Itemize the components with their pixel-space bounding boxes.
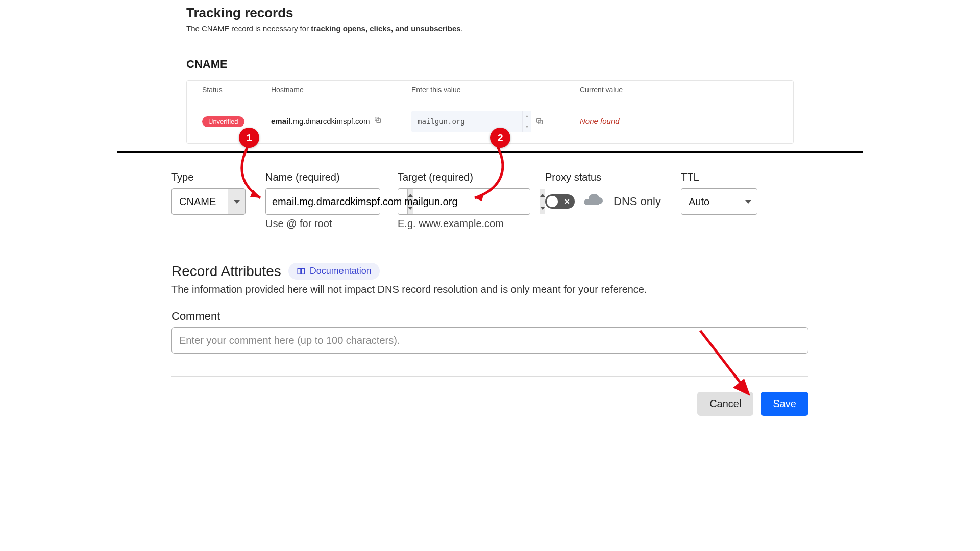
value-input-box[interactable]: mailgun.org ▲▼ <box>411 111 531 132</box>
target-stepper[interactable] <box>540 189 545 214</box>
toggle-off-x-icon: ✕ <box>564 197 570 206</box>
cname-heading: CNAME <box>186 58 794 71</box>
type-select[interactable]: CNAME <box>172 188 246 215</box>
col-status: Status <box>187 86 271 94</box>
toggle-knob <box>547 196 558 207</box>
name-input[interactable] <box>266 189 407 214</box>
col-value: Enter this value <box>411 86 580 94</box>
col-current: Current value <box>580 86 793 94</box>
callout-2: 2 <box>490 128 510 148</box>
cloud-icon <box>584 194 604 209</box>
name-label: Name (required) <box>265 171 396 183</box>
value-text: mailgun.org <box>411 112 522 131</box>
chevron-up-icon <box>540 194 545 197</box>
type-select-value: CNAME <box>172 189 228 214</box>
target-hint: E.g. www.example.com <box>398 218 543 230</box>
target-input-wrap[interactable] <box>398 188 530 215</box>
tracking-records-subtitle: The CNAME record is necessary for tracki… <box>186 24 794 42</box>
documentation-link[interactable]: Documentation <box>288 263 380 280</box>
cancel-button[interactable]: Cancel <box>697 392 753 416</box>
value-stepper[interactable]: ▲▼ <box>522 111 531 132</box>
chevron-down-icon <box>540 207 545 210</box>
ttl-caret[interactable] <box>740 189 757 214</box>
copy-icon[interactable] <box>374 116 382 124</box>
callout-1: 1 <box>239 128 259 148</box>
save-button[interactable]: Save <box>761 392 808 416</box>
comment-label: Comment <box>172 310 808 323</box>
documentation-label: Documentation <box>310 266 372 277</box>
record-attributes-title: Record Attributes <box>172 263 281 280</box>
tracking-sub-bold: tracking opens, clicks, and unsubscribes <box>311 24 460 33</box>
proxy-status-text: DNS only <box>614 195 661 208</box>
type-select-caret[interactable] <box>228 189 245 214</box>
tracking-records-heading: Tracking records <box>186 5 794 21</box>
book-icon <box>297 267 306 276</box>
hostname-cell: email.mg.dmarcdkimspf.com <box>271 116 411 128</box>
name-hint: Use @ for root <box>265 218 396 230</box>
chevron-down-icon <box>745 200 751 204</box>
status-badge-unverified: Unverified <box>202 116 244 127</box>
current-value-none: None found <box>580 117 620 126</box>
chevron-down-icon <box>234 200 240 204</box>
ttl-value: Auto <box>681 189 740 214</box>
copy-icon[interactable] <box>535 117 544 126</box>
cname-table-header: Status Hostname Enter this value Current… <box>187 81 793 99</box>
tracking-sub-suffix: . <box>461 24 463 33</box>
target-input[interactable] <box>398 189 540 214</box>
hostname-rest: .mg.dmarcdkimspf.com <box>290 117 370 126</box>
hostname-prefix: email <box>271 117 290 126</box>
target-label: Target (required) <box>398 171 543 183</box>
tracking-sub-prefix: The CNAME record is necessary for <box>186 24 311 33</box>
col-hostname: Hostname <box>271 86 411 94</box>
type-label: Type <box>172 171 263 183</box>
proxy-toggle[interactable]: ✕ <box>545 194 575 209</box>
ttl-select[interactable]: Auto <box>681 188 757 215</box>
record-attributes-desc: The information provided here will not i… <box>172 284 808 295</box>
name-input-wrap[interactable] <box>265 188 380 215</box>
comment-input[interactable] <box>172 327 808 354</box>
ttl-label: TTL <box>681 171 757 183</box>
proxy-status-label: Proxy status <box>545 171 679 183</box>
